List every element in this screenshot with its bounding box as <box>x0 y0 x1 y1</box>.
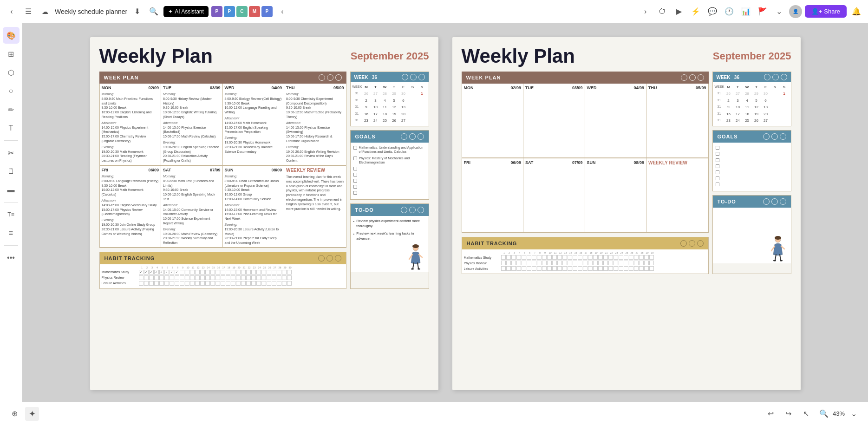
timer-icon[interactable]: ⏱ <box>655 5 669 19</box>
mini-cal-grid-2: WEEK MT WT FS S 31 26 27 28 29 30 <box>713 82 791 126</box>
ai-assistant-button[interactable]: ✦ AI Assistant <box>163 6 209 17</box>
sun-header: SUN08/09 <box>225 168 282 172</box>
todo-item-2: • Preview next week's learning tasks in … <box>353 231 426 241</box>
tdot5 <box>771 198 778 205</box>
history-icon[interactable]: 🕐 <box>722 5 736 19</box>
svg-point-6 <box>411 268 414 270</box>
goal-cb-3[interactable] <box>353 167 357 170</box>
plugin-m[interactable]: M <box>249 6 260 17</box>
sidebar-divider-3 <box>4 245 18 246</box>
svg-line-4 <box>413 263 414 268</box>
habit-row-math: Mathematics Study ✓ ✓ ✓ ✓ ✓ ✓ ✓ ✓ <box>102 270 344 275</box>
sidebar-text-icon[interactable]: T <box>3 120 20 137</box>
goal-cb-1[interactable] <box>353 146 357 150</box>
flag-icon[interactable]: 🚩 <box>756 5 770 19</box>
caldot2 <box>410 74 417 80</box>
goal-cb-5[interactable] <box>353 179 357 183</box>
cloud-icon[interactable]: ☁ <box>38 5 52 19</box>
canvas: Weekly Plan September 2025 WEEK PLAN <box>22 23 868 402</box>
play-icon[interactable]: ▶ <box>672 5 686 19</box>
p2-goal-1 <box>716 145 788 150</box>
svg-point-15 <box>780 260 783 262</box>
zoom-out-button[interactable]: 🔍 <box>817 407 831 421</box>
expand-button[interactable]: › <box>639 5 653 19</box>
planner-main-1: WEEK PLAN MON02/09 Morning: <box>99 72 429 289</box>
character-svg-1 <box>406 244 425 270</box>
fri-header: FRI06/09 <box>102 168 159 172</box>
plugin-p3[interactable]: P <box>261 6 273 17</box>
sidebar-divider-1 <box>4 140 18 141</box>
goal-item-7 <box>353 190 426 195</box>
sidebar-list-icon[interactable]: ≡ <box>3 225 20 242</box>
goals-label-2: GOALS <box>718 134 738 139</box>
sidebar-more-icon[interactable]: ••• <box>3 249 20 266</box>
todo-label: TO-DO <box>355 207 374 213</box>
plugin-c[interactable]: C <box>236 6 248 17</box>
todo-dots <box>401 207 424 213</box>
connect-icon[interactable]: ⚡ <box>689 5 703 19</box>
sidebar-pen-icon[interactable]: ✏ <box>3 101 20 118</box>
goal-cb-7[interactable] <box>353 191 357 195</box>
more-icon[interactable]: ⌄ <box>772 5 786 19</box>
user-avatar[interactable]: 👤 <box>789 5 802 18</box>
goal-cb-2[interactable] <box>353 157 357 160</box>
sidebar-cursor-icon[interactable]: ✂ <box>3 144 20 161</box>
habit-row-physics: Physics Review <box>102 275 344 280</box>
sidebar-text2-icon[interactable]: T≡ <box>3 206 20 223</box>
p2-day-tue: TUE03/09 <box>523 84 585 158</box>
plugin-icons: P P C M P <box>211 6 273 17</box>
goal-cb-4[interactable] <box>353 173 357 177</box>
wed-header: WED04/09 <box>225 85 282 90</box>
gdot1 <box>401 133 407 140</box>
caldot3 <box>418 74 425 80</box>
p2-goal-4 <box>716 164 788 168</box>
weekly-review-content: The overall learning plan for this week … <box>286 175 344 211</box>
back-button[interactable]: ‹ <box>5 5 19 19</box>
gdot4 <box>763 133 770 140</box>
todo-header-2: TO-DO <box>713 196 791 208</box>
redo-button[interactable]: ↪ <box>782 407 796 421</box>
sidebar-layers-icon[interactable]: ⬡ <box>3 64 20 81</box>
habit-header-2: HABIT TRACKING <box>462 237 708 249</box>
habit-section-2: HABIT TRACKING 1 2 3 <box>462 237 709 274</box>
mini-cal-header-2: WEEK 36 <box>713 72 791 82</box>
p2-habit-row-physics: Physics Review <box>464 261 706 265</box>
doc-title-text: Weekly schedule planner <box>55 8 127 15</box>
comment-icon[interactable]: 💬 <box>705 5 719 19</box>
bottom-ai-button[interactable]: ✦ <box>25 407 39 421</box>
p2-day-wed: WED04/09 <box>585 84 647 158</box>
sidebar-grid-icon[interactable]: ⊞ <box>3 46 20 62</box>
sidebar-note-icon[interactable]: 🗒 <box>3 163 20 180</box>
svg-line-13 <box>780 255 781 260</box>
cursor-tool[interactable]: ↖ <box>799 407 813 421</box>
p2-day-weekly-review: WEEKLY REVIEW <box>646 158 708 233</box>
cal-row-1-p2: 31 26 27 28 29 30 1 <box>715 91 789 97</box>
dot5 <box>326 255 333 262</box>
sidebar-color-icon[interactable]: 🎨 <box>3 27 20 44</box>
cal-row-2-p2: 31 2 3 4 5 6 <box>715 98 789 104</box>
mon-header: MON02/09 <box>102 85 159 90</box>
days-row-2: FRI06/09 Morning: 8:00-9:30 Language Rec… <box>99 166 346 248</box>
goals-header-2: GOALS <box>713 131 791 143</box>
goal-cb-6[interactable] <box>353 185 357 189</box>
sidebar-circle-icon[interactable]: ○ <box>3 83 20 99</box>
notification-button[interactable]: 🔔 <box>849 5 863 19</box>
planner-page-2: Weekly Plan September 2025 WEEK PLAN M <box>452 37 801 390</box>
plugin-p[interactable]: P <box>211 6 222 17</box>
menu-button[interactable]: ☰ <box>21 5 35 19</box>
p2-goal-7 <box>716 182 788 186</box>
collapse-button[interactable]: ‹ <box>275 5 289 19</box>
todo-section-2: TO-DO <box>712 195 791 274</box>
share-button[interactable]: 👤+ Share <box>805 5 847 18</box>
zoom-chevron[interactable]: ⌄ <box>847 407 861 421</box>
p2-habit-row-leisure: Leisure Activities <box>464 266 706 271</box>
tdot4 <box>763 198 770 205</box>
plugin-p2[interactable]: P <box>224 6 235 17</box>
sidebar-highlight-icon[interactable]: ▬ <box>3 182 20 198</box>
search-button[interactable]: 🔍 <box>147 5 161 19</box>
undo-button[interactable]: ↩ <box>764 407 778 421</box>
ai-label: AI Assistant <box>175 8 204 15</box>
download-button[interactable]: ⬇ <box>130 5 144 19</box>
bottom-home-button[interactable]: ⊕ <box>7 407 21 421</box>
chart-icon[interactable]: 📊 <box>739 5 753 19</box>
